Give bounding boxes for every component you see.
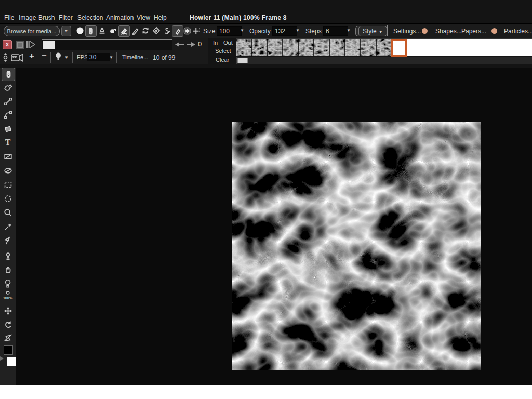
size-dropdown-icon[interactable]: ▼	[240, 28, 244, 33]
scribble-pen-icon[interactable]	[162, 25, 172, 36]
timeline-thumbnail-strip[interactable]	[236, 38, 532, 56]
polygon-lasso-tool[interactable]	[2, 234, 14, 247]
frame-counter: 10 of 99	[153, 54, 175, 61]
style-button[interactable]: Style▼	[358, 26, 387, 36]
thumbnail-dividers	[236, 39, 391, 56]
fill-tool[interactable]	[2, 81, 14, 94]
transform-tool[interactable]	[2, 123, 14, 135]
airbrush-tool-icon[interactable]	[85, 25, 97, 37]
undo-tool[interactable]	[2, 318, 14, 331]
toolbar-separator	[387, 25, 388, 36]
shapes-button[interactable]: Shapes...	[435, 28, 462, 35]
rotate-arrows-icon[interactable]	[140, 25, 151, 36]
menu-view[interactable]: View	[137, 14, 150, 21]
settings-button[interactable]: Settings...	[393, 28, 421, 35]
menu-file[interactable]: File	[4, 14, 14, 21]
keyframe-bulb-icon[interactable]	[55, 52, 61, 62]
media-toolbar: Browse for media... ▼	[0, 23, 532, 38]
separator	[25, 52, 25, 63]
zoom-box-tool[interactable]	[2, 277, 14, 289]
close-timeline-button[interactable]: x	[3, 40, 12, 49]
warp-diamond-icon[interactable]	[151, 25, 162, 36]
line-tool[interactable]	[2, 95, 14, 108]
particles-button[interactable]: Particles...	[504, 28, 532, 35]
current-frame-marker[interactable]	[391, 39, 407, 57]
size-label: Size	[203, 28, 215, 35]
opacity-value[interactable]: 132	[272, 26, 297, 36]
move-tool[interactable]	[2, 304, 14, 317]
timeline-scrollbar-handle[interactable]	[237, 58, 248, 63]
style-dropdown-icon: ▼	[379, 30, 383, 34]
frame-scrubber-handle[interactable]	[43, 41, 55, 49]
timeline-button[interactable]: Timeline...	[122, 54, 148, 60]
browse-dropdown-button[interactable]: ▼	[61, 26, 71, 36]
menu-help[interactable]: Help	[154, 14, 167, 21]
timeline-clear-button[interactable]: Clear	[216, 57, 229, 63]
projector-icon[interactable]	[11, 54, 23, 62]
window-title: Howler 11 (Main) 100% Frame 8	[190, 14, 287, 21]
zoom-100-glyph: 100%	[3, 296, 13, 300]
pen-tool-icon[interactable]	[118, 25, 130, 37]
asterisk-icon[interactable]	[182, 25, 192, 36]
fps-dropdown-icon[interactable]: ▼	[109, 55, 113, 60]
steps-value[interactable]: 6	[323, 26, 348, 36]
size-value[interactable]: 100	[217, 26, 242, 36]
opacity-label: Opacity	[249, 28, 271, 35]
pan-hand-tool[interactable]	[2, 263, 14, 275]
primary-color-swatch[interactable]	[4, 345, 13, 355]
steps-dropdown-icon[interactable]: ▼	[347, 28, 351, 33]
rect-select-tool[interactable]	[2, 178, 14, 191]
magnifier-tool[interactable]	[2, 206, 14, 219]
swatch-marker-icon	[0, 356, 4, 361]
salmon-dot-icon[interactable]	[491, 28, 497, 34]
crop-rect-tool[interactable]	[2, 150, 14, 163]
frame-scrubber[interactable]	[42, 39, 172, 50]
next-frame-button[interactable]	[187, 42, 195, 47]
timeline-select-button[interactable]: Select	[215, 48, 231, 54]
papers-button[interactable]: Papers...	[461, 28, 486, 35]
menu-selection[interactable]: Selection	[77, 14, 103, 21]
clone-stamp-icon[interactable]	[97, 25, 107, 36]
menu-image[interactable]: Image	[19, 14, 36, 21]
pushpin-tool[interactable]	[2, 250, 14, 262]
menu-brush[interactable]: Brush	[38, 14, 55, 21]
canvas-background	[16, 68, 532, 385]
steps-label: Steps	[305, 28, 322, 35]
prev-frame-button[interactable]	[175, 42, 184, 47]
timeline-in-button[interactable]: In	[213, 39, 218, 46]
secondary-color-swatch[interactable]	[7, 357, 16, 366]
menu-animation[interactable]: Animation	[106, 14, 134, 21]
tool-palette: T	[0, 68, 16, 385]
stop-button[interactable]	[16, 41, 24, 49]
play-button[interactable]	[26, 41, 35, 48]
fps-value[interactable]: 30	[87, 53, 110, 61]
opacity-dropdown-icon[interactable]: ▼	[296, 28, 300, 33]
airbrush-tool[interactable]	[2, 68, 15, 81]
ellipse-tool[interactable]	[2, 164, 14, 177]
salmon-dot-icon[interactable]	[422, 28, 428, 34]
menu-filter[interactable]: Filter	[59, 14, 73, 21]
zoom-100-tool[interactable]: 100%	[2, 290, 14, 302]
separator	[116, 52, 117, 63]
text-tool[interactable]: T	[2, 136, 14, 149]
curve-tool[interactable]	[2, 109, 14, 121]
onion-skin-icon[interactable]	[2, 52, 9, 62]
browse-for-media-button[interactable]: Browse for media...	[4, 26, 60, 36]
canvas-image[interactable]	[232, 122, 481, 370]
soft-brush-icon[interactable]	[75, 25, 85, 36]
timeline-out-button[interactable]: Out	[223, 39, 233, 46]
smudge-icon[interactable]	[108, 25, 118, 36]
pencil-icon[interactable]	[130, 25, 140, 36]
ellipse-select-tool[interactable]	[2, 192, 14, 205]
bent-pin-tool[interactable]	[2, 331, 14, 344]
style-button-label: Style	[363, 28, 377, 35]
timeline-scrollbar[interactable]	[236, 57, 532, 64]
animation-bar: + − ▼ FPS 30 ▼ Timeline... 10 of 99	[0, 51, 208, 64]
magic-wand-tool[interactable]	[2, 220, 14, 233]
keyframe-dropdown-icon[interactable]: ▼	[64, 55, 69, 60]
transport-bar: x 0	[0, 38, 208, 51]
remove-frame-button[interactable]: −	[42, 51, 47, 61]
add-frame-button[interactable]: +	[29, 51, 34, 61]
menu-bar: File Image Brush Filter Selection Animat…	[0, 12, 532, 23]
crosshair-dots-icon[interactable]	[191, 25, 202, 36]
